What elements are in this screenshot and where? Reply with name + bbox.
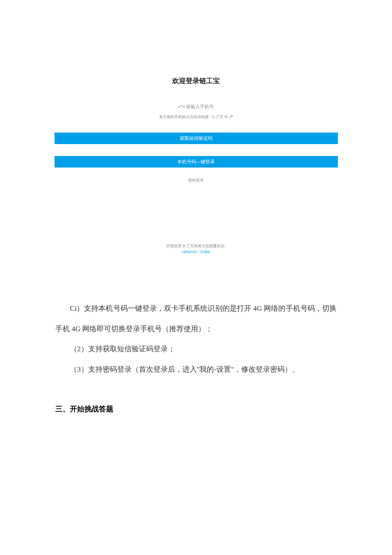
instruction-item-3: （3）支持密码登录（首次登录后，进入"我的-设置"，修改登录密码）。 xyxy=(55,359,337,380)
document-body: Ci）支持本机号码一键登录，双卡手机系统识别的是打开 4G 网络的手机号码，切换… xyxy=(0,0,392,414)
section-3-heading: 三、开始挑战答题 xyxy=(55,404,337,414)
instruction-item-2: （2）支持获取短信验证码登录； xyxy=(55,339,337,359)
instruction-item-1: Ci）支持本机号码一键登录，双卡手机系统识别的是打开 4G 网络的手机号码，切换… xyxy=(55,298,337,339)
